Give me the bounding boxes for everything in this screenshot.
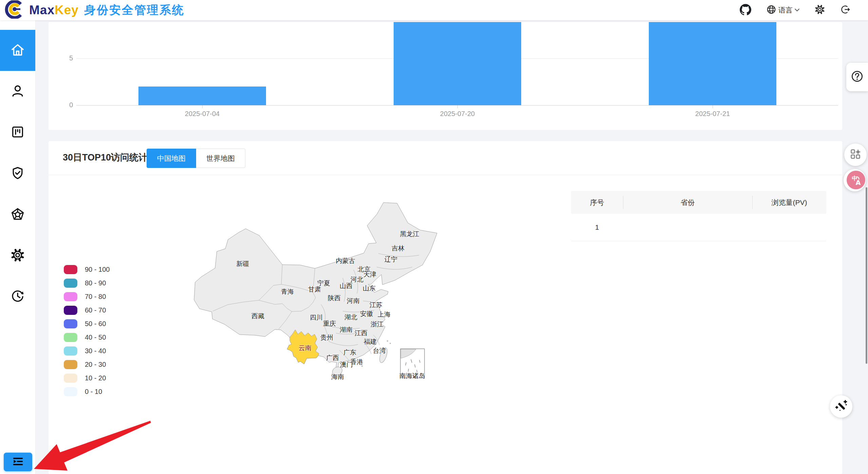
history-icon [10,289,25,305]
github-icon [740,4,751,17]
legend-swatch [64,346,77,356]
column-header: 浏览量(PV) [752,191,826,214]
page-title: 身份安全管理系统 [84,2,185,18]
question-circle-icon [851,70,864,84]
china-map-svg [193,199,438,393]
top10-table: 序号省份浏览量(PV)1 [571,191,826,241]
language-action[interactable]: 语言 [766,4,799,16]
sidebar-item-reports[interactable] [0,194,35,235]
sidebar-item-history[interactable] [0,276,35,317]
logout-action[interactable] [840,4,850,16]
visits-bar-chart-card: 052025-07-042025-07-202025-07-21 [49,22,842,130]
legend-item[interactable]: 20 - 30 [64,358,110,371]
map-legend: 90 - 10080 - 9070 - 8060 - 7050 - 6040 -… [64,263,110,398]
card-title: 30日TOP10访问统计 [63,151,148,164]
legend-item[interactable]: 60 - 70 [64,303,110,317]
map-tabs: 中国地图世界地图 [147,149,245,168]
x-axis-label: 2025-07-21 [649,110,776,118]
legend-label: 30 - 40 [85,347,106,355]
province-label-江西: 江西 [355,329,367,338]
shield-check-icon [10,166,25,182]
brand-max: Max [29,3,55,17]
table-cell: 1 [571,223,623,231]
magic-wand-button[interactable] [830,395,852,418]
legend-swatch [64,306,77,315]
province-label-西藏: 西藏 [251,312,264,321]
globe-icon [766,4,776,16]
legend-label: 40 - 50 [85,334,106,341]
province-label-内蒙古: 内蒙古 [336,257,355,265]
magic-wand-icon [834,399,848,414]
table-row[interactable]: 1 [571,214,826,241]
app: MaxKey 身份安全管理系统 语言 052025-07-042025-07-2… [0,0,868,474]
extensions-button[interactable] [844,144,867,166]
province-label-山东: 山东 [363,284,376,293]
github-action[interactable] [740,4,751,17]
tab-中国地图[interactable]: 中国地图 [147,149,196,168]
legend-item[interactable]: 0 - 10 [64,385,110,398]
legend-label: 50 - 60 [85,320,106,328]
legend-swatch [64,319,77,328]
legend-swatch [64,374,77,383]
table-header: 序号省份浏览量(PV) [571,191,826,214]
sidebar-item-settings[interactable] [0,235,35,276]
bar-2025-07-21 [649,22,776,105]
province-label-青海: 青海 [281,287,294,296]
province-label-甘肃: 甘肃 [308,285,321,294]
legend-swatch [64,292,77,301]
collapse-button[interactable] [4,453,32,471]
legend-item[interactable]: 70 - 80 [64,290,110,303]
menu-unfold-icon [11,455,25,469]
province-label-湖北: 湖北 [344,313,357,322]
help-button[interactable] [846,63,868,91]
x-axis-tick [202,106,203,108]
china-map[interactable]: 黑龙江吉林辽宁内蒙古北京天津河北山西山东新疆宁夏甘肃青海陕西河南江苏安徽上海湖北… [193,199,438,393]
legend-swatch [64,360,77,369]
settings-action[interactable] [814,4,825,16]
legend-item[interactable]: 10 - 20 [64,371,110,385]
top10-map-card: 30日TOP10访问统计 中国地图世界地图 90 - 10080 - 9070 … [49,141,842,474]
legend-item[interactable]: 30 - 40 [64,344,110,358]
province-label-南海诸岛: 南海诸岛 [399,372,425,380]
project-board-icon [10,125,25,141]
province-label-天津: 天津 [363,270,376,279]
sidebar-item-users[interactable] [0,71,35,112]
y-axis-tick-label: 0 [56,101,73,109]
province-label-贵州: 贵州 [320,333,333,342]
province-label-山西: 山西 [340,282,353,290]
province-label-海南: 海南 [331,373,344,381]
province-label-安徽: 安徽 [360,309,373,318]
province-label-陕西: 陕西 [328,294,341,303]
brand-key: Key [55,3,79,17]
x-axis-label: 2025-07-04 [138,110,266,118]
legend-swatch [64,387,77,396]
x-axis-label: 2025-07-20 [394,110,521,118]
tab-世界地图[interactable]: 世界地图 [196,149,245,168]
user-icon [10,83,25,100]
legend-item[interactable]: 80 - 90 [64,276,110,290]
settings-gear-icon [10,248,25,264]
legend-label: 10 - 20 [85,374,106,382]
svg-text:A: A [855,178,861,186]
bar-2025-07-04 [138,87,266,105]
apps-sparkle-icon [849,148,862,162]
sidebar-items [0,20,35,317]
legend-label: 90 - 100 [85,266,110,273]
y-axis-tick-label: 5 [56,54,73,62]
legend-item[interactable]: 90 - 100 [64,263,110,276]
scrollbar-thumb[interactable] [866,187,867,364]
sidebar-item-security[interactable] [0,153,35,194]
legend-label: 60 - 70 [85,306,106,314]
legend-item[interactable]: 50 - 60 [64,317,110,330]
province-label-台湾: 台湾 [373,346,386,355]
legend-item[interactable]: 40 - 50 [64,330,110,344]
sidebar-item-home[interactable] [0,30,35,71]
column-header: 序号 [571,191,623,214]
legend-label: 80 - 90 [85,279,106,287]
translate-button[interactable]: 中 A [844,169,866,191]
header-actions: 语言 [740,4,850,17]
sidebar-item-apps[interactable] [0,112,35,153]
home-icon [10,42,25,59]
province-label-黑龙江: 黑龙江 [400,230,419,239]
province-label-新疆: 新疆 [236,260,249,268]
